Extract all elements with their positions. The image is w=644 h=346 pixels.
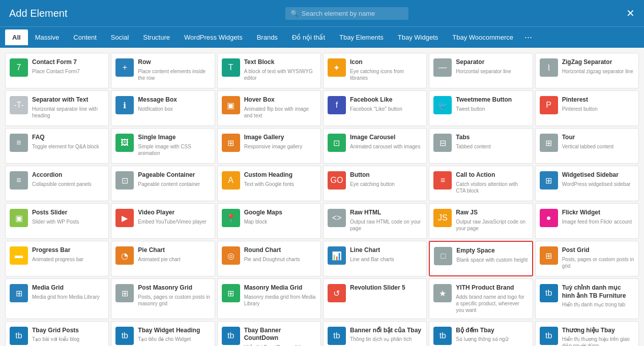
element-icon: ⊞ — [115, 284, 134, 302]
element-desc: Animated progress bar — [32, 256, 104, 263]
element-card[interactable]: ✦IconEye catching icons from libraries — [323, 53, 427, 88]
element-card[interactable]: tbTbay Banner CountDownHiển thị CountDow… — [217, 321, 321, 346]
element-desc: Embed YouTube/Vimeo player — [138, 218, 210, 225]
element-card[interactable]: GOButtonEye catching button — [323, 166, 427, 201]
element-card[interactable]: tbTbay Widget HeadingTạo tiêu đề cho Wid… — [111, 321, 215, 346]
element-card[interactable]: <>Raw HTMLOutput raw HTML code on your p… — [323, 203, 427, 239]
tab-do-noi-that[interactable]: Đồ nội thất — [285, 29, 332, 45]
element-card[interactable]: 🐦Tweetmeme ButtonTweet button — [429, 90, 533, 126]
close-button[interactable]: ✕ — [626, 8, 635, 18]
tabs-more-button[interactable]: ··· — [520, 30, 536, 45]
element-card[interactable]: ⊞TourVertical tabbed content — [535, 128, 639, 164]
element-card[interactable]: ≡FAQToggle element for Q&A block — [5, 128, 109, 164]
element-name: Empty Space — [456, 247, 528, 255]
element-card[interactable]: 7Contact Form 7Place Contact Form7 — [5, 53, 109, 88]
tab-all[interactable]: All — [5, 29, 28, 45]
element-card[interactable]: 📊Line ChartLine and Bar charts — [323, 241, 427, 276]
element-icon: ⊟ — [433, 134, 452, 152]
element-card[interactable]: TText BlockA block of text with WYSIWYG … — [217, 53, 321, 88]
element-card[interactable]: ⊞Masonry Media GridMasonry media grid fr… — [217, 278, 321, 319]
element-card[interactable]: ⊞Post GridPosts, pages or custom posts i… — [535, 241, 639, 276]
element-card[interactable]: ⊞Image GalleryResponsive image gallery — [217, 128, 321, 164]
element-icon: f — [328, 96, 346, 114]
element-desc: Animated pie chart — [138, 256, 210, 263]
element-card[interactable]: ▶Video PlayerEmbed YouTube/Vimeo player — [111, 203, 215, 239]
element-card[interactable]: tbBộ đếm TbaySố lượng thông số ngữ — [429, 321, 533, 346]
element-card[interactable]: -T-Separator with TextHorizontal separat… — [5, 90, 109, 126]
element-desc: Horizontal zigzag separator line — [562, 68, 634, 75]
element-card[interactable]: ◔Pie ChartAnimated pie chart — [111, 241, 215, 276]
element-name: YITH Product Brand — [456, 284, 528, 292]
element-card[interactable]: ◎Round ChartPie and Doughnut charts — [217, 241, 321, 276]
element-card[interactable]: □Empty SpaceBlank space with custom heig… — [429, 241, 533, 276]
element-card[interactable]: 📍Google MapsMap block — [217, 203, 321, 239]
element-info: Tbay Banner CountDownHiển thị CountDown … — [244, 327, 316, 346]
tab-structure[interactable]: Structure — [136, 29, 177, 45]
element-card[interactable]: ≡AccordionCollapsible content panels — [5, 166, 109, 201]
element-name: Text Block — [244, 58, 316, 67]
element-info: AccordionCollapsible content panels — [32, 171, 104, 187]
element-card[interactable]: ⌇ZigZag SeparatorHorizontal zigzag separ… — [535, 53, 639, 88]
element-card[interactable]: fFacebook LikeFacebook "Like" button — [323, 90, 427, 126]
element-desc: Eye catching icons from libraries — [350, 68, 422, 81]
element-card[interactable]: ▣Hover BoxAnimated flip box with image a… — [217, 90, 321, 126]
element-desc: Simple image with CSS animation — [138, 143, 210, 156]
element-icon: ⊞ — [540, 246, 558, 265]
element-card[interactable]: ⊡Image CarouselAnimated carousel with im… — [323, 128, 427, 164]
element-card[interactable]: tbTbay Grid PostsTạo bài với kiểu blog — [5, 321, 109, 346]
element-icon: tb — [115, 327, 134, 345]
element-name: Tabs — [456, 134, 528, 142]
element-desc: Tweet button — [456, 106, 528, 112]
element-card[interactable]: ↺Revolution Slider 5 — [323, 278, 427, 319]
element-icon: ▣ — [222, 96, 240, 114]
element-info: Custom HeadingText with Google fonts — [244, 171, 316, 187]
element-info: Banner nổi bật của TbayThông tin dịch vụ… — [350, 327, 422, 343]
element-name: Media Grid — [32, 284, 104, 292]
element-card[interactable]: ▣Posts SliderSlider with WP Posts — [5, 203, 109, 239]
element-card[interactable]: tbTuỳ chỉnh danh mục hình ảnh TB Furnitu… — [535, 278, 639, 319]
element-name: Message Box — [138, 96, 210, 104]
tab-massive[interactable]: Massive — [28, 29, 67, 45]
tab-tbay-elements[interactable]: Tbay Elements — [332, 29, 391, 45]
element-card[interactable]: ⊟TabsTabbed content — [429, 128, 533, 164]
element-card[interactable]: +RowPlace content elements inside the ro… — [111, 53, 215, 88]
tab-social[interactable]: Social — [104, 29, 136, 45]
element-icon: ⌇ — [540, 58, 558, 77]
element-card[interactable]: ≡Call to ActionCatch visitors attention … — [429, 166, 533, 201]
element-desc: Tạo bài với kiểu blog — [32, 336, 104, 342]
element-info: Single ImageSimple image with CSS animat… — [138, 134, 210, 156]
element-name: Post Masonry Grid — [138, 284, 210, 292]
search-input[interactable] — [302, 10, 403, 17]
tab-tbay-widgets[interactable]: Tbay Widgets — [391, 29, 445, 45]
tab-wp-widgets[interactable]: WordPress Widgets — [177, 29, 250, 45]
element-card[interactable]: ⊞Media GridMedia grid from Media Library — [5, 278, 109, 319]
element-card[interactable]: ⊡Pageable ContainerPageable content cont… — [111, 166, 215, 201]
element-desc: Animated flip box with image and text — [244, 106, 316, 119]
element-card[interactable]: —SeparatorHorizontal separator line — [429, 53, 533, 88]
search-box[interactable]: 🔍 — [285, 7, 408, 20]
element-info: Posts SliderSlider with WP Posts — [32, 209, 104, 225]
element-card[interactable]: tbBanner nổi bật của TbayThông tin dịch … — [323, 321, 427, 346]
element-card[interactable]: ▬Progress BarAnimated progress bar — [5, 241, 109, 276]
element-card[interactable]: JSRaw JSOutput raw JavaScript code on yo… — [429, 203, 533, 239]
element-card[interactable]: PPinterestPinterest button — [535, 90, 639, 126]
element-desc: Hiển thị CountDown với banner — [244, 344, 316, 346]
element-card[interactable]: ⊞Post Masonry GridPosts, pages or custom… — [111, 278, 215, 319]
element-name: Row — [138, 58, 210, 67]
element-card[interactable]: ●Flickr WidgetImage feed from Flickr acc… — [535, 203, 639, 239]
element-card[interactable]: ℹMessage BoxNotification box — [111, 90, 215, 126]
element-card[interactable]: ACustom HeadingText with Google fonts — [217, 166, 321, 201]
tab-content[interactable]: Content — [66, 29, 104, 45]
element-name: Single Image — [138, 134, 210, 142]
element-card[interactable]: ⊞Widgetised SidebarWordPress widgetised … — [535, 166, 639, 201]
tab-tbay-woocommerce[interactable]: Tbay Woocommerce — [445, 29, 520, 45]
element-desc: Adds brand name and logo for a specific … — [456, 294, 528, 313]
element-icon: ⊞ — [540, 171, 558, 190]
element-card[interactable]: tbThương hiệu TbayHiển thị thương hiệu t… — [535, 321, 639, 346]
element-icon: tb — [10, 327, 28, 345]
element-card[interactable]: ★YITH Product BrandAdds brand name and l… — [429, 278, 533, 319]
tab-brands[interactable]: Brands — [250, 29, 285, 45]
element-icon: ⊞ — [10, 284, 28, 302]
element-name: Bộ đếm Tbay — [456, 327, 528, 335]
element-card[interactable]: 🖼Single ImageSimple image with CSS anima… — [111, 128, 215, 164]
